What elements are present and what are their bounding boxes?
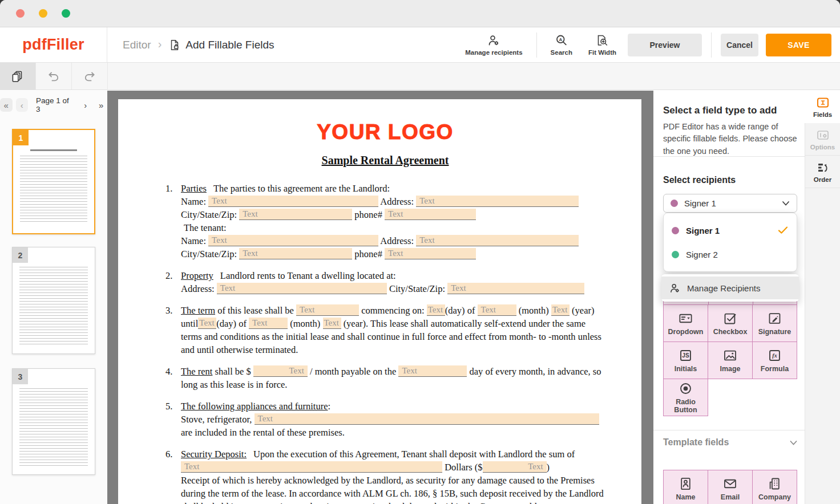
fillable-text-field[interactable]: Text bbox=[427, 304, 445, 316]
thumbnail-title-line bbox=[30, 149, 77, 151]
chevron-right-icon: › bbox=[157, 38, 163, 52]
template-fields-header[interactable]: Template fields bbox=[663, 437, 798, 448]
image-field-button[interactable]: Image bbox=[708, 342, 753, 379]
left-toolbar bbox=[0, 63, 840, 90]
recipient-select-value: Signer 1 bbox=[684, 198, 776, 208]
panel-description: PDF Editor has a wide range of specific … bbox=[663, 121, 806, 157]
document-canvas: YOUR LOGO Sample Rental Agreement 1. Par… bbox=[107, 91, 653, 504]
close-window-button[interactable] bbox=[16, 9, 25, 18]
radio-button-field-button[interactable]: Radio Button bbox=[663, 379, 708, 416]
app-header: pdfFiller Editor › Add Fillable Fields bbox=[0, 27, 840, 63]
fit-width-button[interactable]: Fit Width bbox=[580, 34, 624, 56]
thumbnail-text-lines bbox=[19, 388, 88, 467]
last-page-button[interactable]: » bbox=[95, 98, 107, 112]
manage-recipients-button[interactable]: Manage recipients bbox=[457, 34, 530, 56]
fillable-text-field[interactable]: Text bbox=[208, 196, 378, 207]
minimize-window-button[interactable] bbox=[39, 9, 47, 18]
section-rent: 4. The rent shall be $ Text / month paya… bbox=[165, 365, 605, 391]
fillable-text-field[interactable]: Text bbox=[416, 235, 579, 246]
recipient-option-signer2[interactable]: Signer 2 bbox=[664, 242, 797, 266]
fillable-text-field[interactable]: Text bbox=[217, 283, 387, 294]
page-thumbnail-3[interactable]: 3 bbox=[12, 368, 95, 475]
company-field-button[interactable]: Company bbox=[752, 470, 797, 504]
fillable-text-field[interactable]: Text bbox=[551, 304, 570, 316]
fillable-text-field[interactable]: Text bbox=[296, 304, 359, 316]
template-fields-grid: Name Email Company bbox=[663, 470, 798, 504]
name-field-button[interactable]: Name bbox=[663, 470, 708, 504]
fillable-text-field[interactable]: Text bbox=[253, 365, 308, 377]
section-text: shall be $ bbox=[215, 366, 251, 377]
fillable-text-field[interactable]: Text bbox=[385, 209, 476, 220]
cancel-button[interactable]: Cancel bbox=[721, 34, 758, 56]
fillable-text-field[interactable]: Text bbox=[249, 318, 288, 329]
fillable-text-field[interactable]: Text bbox=[208, 235, 378, 246]
manage-recipients-label: Manage Recipients bbox=[687, 283, 760, 293]
dropdown-field-icon bbox=[678, 311, 693, 326]
fillable-text-field[interactable]: Text bbox=[181, 461, 442, 473]
pages-panel-button[interactable] bbox=[0, 63, 36, 90]
document-lock-icon bbox=[168, 38, 181, 52]
section-text: day of every month, in advance, so bbox=[470, 366, 601, 377]
next-page-button[interactable]: › bbox=[79, 98, 92, 112]
radio-button-field-icon bbox=[678, 381, 693, 396]
fillable-text-field[interactable]: Text bbox=[478, 304, 516, 316]
section-heading: Security Deposit: bbox=[181, 449, 247, 460]
formula-field-button[interactable]: fx Formula bbox=[752, 342, 797, 379]
section-text: (month) bbox=[519, 305, 549, 316]
tab-order[interactable]: Order bbox=[805, 156, 840, 188]
fillable-text-field[interactable]: Text bbox=[385, 248, 476, 259]
dropdown-field-button[interactable]: Dropdown bbox=[663, 304, 708, 342]
fillable-text-field[interactable]: Text bbox=[447, 283, 584, 294]
checkbox-field-button[interactable]: Checkbox bbox=[708, 304, 753, 342]
page-thumbnail-1[interactable]: 1 bbox=[12, 129, 95, 234]
field-button-label: Signature bbox=[758, 328, 791, 336]
section-text: Receipt of which is hereby acknowledged … bbox=[181, 475, 595, 486]
section-parties: 1. PartiesThe parties to this agreement … bbox=[165, 182, 605, 261]
fillable-text-field[interactable]: Text bbox=[255, 413, 599, 425]
field-label: City/State/Zip: bbox=[181, 249, 237, 259]
section-term: 3. The term of this lease shall be Text … bbox=[165, 304, 605, 356]
fillable-text-field[interactable]: Text bbox=[416, 196, 579, 207]
manage-recipients-menu-item[interactable]: Manage Recipients bbox=[661, 277, 799, 299]
search-button[interactable]: A Search bbox=[543, 34, 580, 56]
formula-field-icon: fx bbox=[767, 348, 782, 363]
section-text: The parties to this agreement are the La… bbox=[213, 183, 390, 194]
fillable-text-field[interactable]: Text bbox=[239, 209, 352, 220]
save-button[interactable]: SAVE bbox=[766, 34, 831, 56]
field-label: Address: bbox=[380, 196, 414, 207]
preview-button[interactable]: Preview bbox=[628, 34, 702, 56]
undo-button[interactable] bbox=[36, 63, 72, 90]
fillable-text-field[interactable]: Text bbox=[483, 461, 547, 473]
fillable-text-field[interactable]: Text bbox=[198, 318, 216, 329]
section-text: shall be held in a separate interest bea… bbox=[181, 501, 539, 504]
thumbnail-text-lines bbox=[19, 267, 88, 346]
redo-button[interactable] bbox=[72, 63, 108, 90]
list-number: 1. bbox=[165, 182, 181, 261]
page-indicator: Page 1 of 3 bbox=[36, 96, 71, 113]
chevron-down-icon bbox=[782, 200, 790, 207]
email-field-button[interactable]: Email bbox=[708, 470, 753, 504]
fillable-text-field[interactable]: Text bbox=[239, 248, 352, 259]
section-text: (year). This lease shall automatically s… bbox=[344, 318, 585, 329]
svg-text:fx: fx bbox=[772, 352, 777, 359]
previous-page-button[interactable]: ‹ bbox=[16, 98, 29, 112]
initials-field-button[interactable]: JS Initials bbox=[663, 342, 708, 379]
fillable-text-field[interactable]: Text bbox=[398, 365, 467, 377]
list-number: 5. bbox=[165, 400, 181, 439]
tab-options[interactable]: Options bbox=[805, 123, 840, 156]
breadcrumb-editor-link[interactable]: Editor bbox=[123, 39, 151, 51]
tab-fields[interactable]: Fields bbox=[805, 91, 840, 123]
section-text: (month) bbox=[290, 318, 320, 329]
person-gear-icon bbox=[487, 34, 500, 47]
section-text: The tenant: bbox=[184, 222, 227, 233]
page-thumbnail-2[interactable]: 2 bbox=[12, 247, 95, 354]
section-heading: Property bbox=[181, 270, 213, 281]
fillable-text-field[interactable]: Text bbox=[323, 318, 341, 329]
recipient-option-label: Signer 1 bbox=[686, 226, 770, 235]
recipient-select[interactable]: Signer 1 bbox=[663, 194, 797, 213]
signature-field-button[interactable]: Signature bbox=[752, 304, 797, 342]
zoom-window-button[interactable] bbox=[62, 9, 70, 18]
section-text: Dollars ($ bbox=[445, 462, 482, 473]
first-page-button[interactable]: « bbox=[0, 98, 13, 112]
recipient-option-signer1[interactable]: Signer 1 bbox=[664, 218, 797, 242]
